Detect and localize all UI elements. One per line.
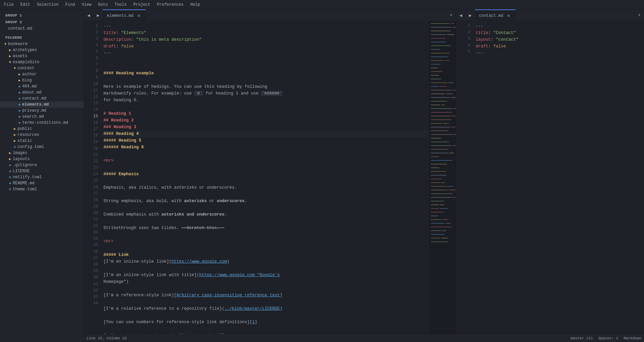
menu-selection[interactable]: Selection (36, 2, 60, 8)
menu-goto[interactable]: Goto (97, 2, 109, 8)
contact-tab-close[interactable]: ✕ (506, 13, 511, 18)
tree-item-layouts[interactable]: ▶ layouts (0, 156, 84, 162)
tree-item-search-md[interactable]: ◈ search.md (0, 114, 84, 120)
nav-prev-btn[interactable]: ◀ (84, 9, 93, 22)
code-line: ### Heading 3 (101, 124, 429, 130)
tree-item-theme-toml[interactable]: ⚙ theme.toml (0, 186, 84, 192)
tree-label: contact.md (22, 96, 84, 101)
tree-item-terms-conditions-md[interactable]: ◈ terms-conditions.md (0, 120, 84, 126)
sidebar: GROUP 1 GROUP 2 contact.md FOLDERS ▼ boo… (0, 9, 84, 342)
secondary-nav-next[interactable]: ▶ (466, 9, 475, 22)
tree-label: author (22, 72, 84, 77)
nav-next-btn[interactable]: ▶ (93, 9, 103, 22)
code-line: ##### Heading 5 (101, 137, 429, 144)
tree-item-assets[interactable]: ▶ assets (0, 53, 84, 59)
file-icon: ◈ (7, 169, 13, 173)
code-line: --- (473, 50, 644, 56)
tree-label: config.toml (17, 145, 84, 149)
line-numbers: 1234567891011121314151617181920212223242… (84, 22, 101, 334)
tree-item-static[interactable]: ▶ static (0, 138, 84, 144)
group2-contact-item[interactable]: contact.md (0, 26, 84, 32)
code-line: <hr> (101, 157, 429, 164)
tree-item-contact-md[interactable]: ◈ contact.md (0, 96, 84, 102)
code-line (101, 218, 429, 225)
tree-label: bookworm (8, 42, 84, 46)
file-icon: ⚙ (7, 187, 13, 191)
tree-item-privacy-md[interactable]: ◈ privacy.md (0, 108, 84, 114)
code-line: [I'm a reference-style link][Arbitrary c… (101, 292, 429, 299)
tree-label: resources (17, 132, 84, 137)
menu-find[interactable]: Find (64, 2, 76, 8)
tree-item--gitignore[interactable]: ◈ .gitignore (0, 162, 84, 168)
menu-help[interactable]: Help (189, 2, 202, 8)
menu-tools[interactable]: Tools (113, 2, 128, 8)
code-line: ##### Link (101, 252, 429, 258)
file-icon: ◈ (17, 109, 22, 113)
tree-item-content[interactable]: ▼ content (0, 65, 84, 71)
code-line: description: "this is meta description" (101, 36, 429, 43)
code-line: #### Heading 4 (101, 130, 429, 137)
secondary-nav-prev[interactable]: ◀ (456, 9, 466, 22)
menu-bar[interactable]: File Edit Selection Find View Goto Tools… (3, 2, 201, 8)
tree-label: terms-conditions.md (22, 120, 84, 125)
secondary-editor-pane: ◀ ▶ contact.md ✕ + 12345 ---title: "Cont… (456, 9, 644, 334)
code-line: layout: "contact" (473, 36, 644, 43)
code-line (101, 77, 429, 83)
folder-icon: ▶ (7, 151, 13, 155)
git-branch-status: master (4) (571, 336, 593, 340)
code-line: ## Heading 2 (101, 117, 429, 124)
code-line: # Heading 1 (101, 110, 429, 117)
titlebar: File Edit Selection Find View Goto Tools… (0, 0, 644, 9)
folder-icon: ▶ (12, 127, 17, 131)
tree-item-about-md[interactable]: ◈ about.md (0, 89, 84, 96)
tree-item-blog[interactable]: ▶ blog (0, 77, 84, 83)
file-tree: ▼ bookworm▶ archetypes▶ assets▼ exampleS… (0, 41, 84, 192)
group2-label: GROUP 2 (0, 19, 84, 26)
elements-tab[interactable]: elements.md ✕ (103, 9, 146, 22)
code-line: title: "Elements" (101, 30, 429, 36)
tree-label: search.md (22, 114, 84, 119)
tree-item-resources[interactable]: ▶ resources (0, 132, 84, 138)
tree-item-elements-md[interactable]: ◈ elements.md (0, 102, 84, 108)
secondary-add-tab-btn[interactable]: + (635, 9, 644, 22)
secondary-tab-bar: ◀ ▶ contact.md ✕ + (456, 9, 644, 22)
code-line: ###### Heading 6 (101, 144, 429, 151)
tree-item-archetypes[interactable]: ▶ archetypes (0, 47, 84, 53)
contact-tab[interactable]: contact.md ✕ (475, 9, 516, 22)
menu-file[interactable]: File (3, 2, 15, 8)
folder-icon: ▶ (12, 133, 17, 137)
tree-label: theme.toml (13, 187, 84, 192)
code-line: draft: false (101, 43, 429, 50)
main-editor-content: 1234567891011121314151617181920212223242… (84, 22, 456, 334)
code-line: [I'm a relative reference to a repositor… (101, 305, 429, 312)
tree-item-license[interactable]: ◈ LICENSE (0, 168, 84, 174)
main-editor-pane: ◀ ▶ elements.md ✕ + 12345678910111213141… (84, 9, 456, 334)
tree-item-bookworm[interactable]: ▼ bookworm (0, 41, 84, 47)
elements-tab-close[interactable]: ✕ (136, 13, 141, 18)
menu-preferences[interactable]: Preferences (156, 2, 185, 8)
secondary-editor-content: 12345 ---title: "Contact"layout: "contac… (456, 22, 644, 334)
menu-edit[interactable]: Edit (19, 2, 32, 8)
tree-item-examplesite[interactable]: ▼ exampleSite (0, 59, 84, 65)
tree-item-404-md[interactable]: ◈ 404.md (0, 83, 84, 89)
folder-icon: ▶ (17, 72, 22, 76)
code-content[interactable]: ---title: "Elements"description: "this i… (101, 22, 429, 334)
secondary-code-content[interactable]: ---title: "Contact"layout: "contact"draf… (473, 22, 644, 334)
file-icon: ◈ (7, 181, 13, 185)
add-tab-btn[interactable]: + (446, 9, 456, 22)
menu-project[interactable]: Project (132, 2, 152, 8)
tree-item-readme-md[interactable]: ◈ README.md (0, 180, 84, 186)
menu-view[interactable]: View (80, 2, 93, 8)
folder-icon: ▶ (7, 54, 13, 58)
tree-item-netlify-toml[interactable]: ⚙ netlify.toml (0, 174, 84, 180)
code-line: title: "Contact" (473, 30, 644, 36)
code-line (101, 104, 429, 110)
tree-item-public[interactable]: ▶ public (0, 126, 84, 132)
tree-item-author[interactable]: ▶ author (0, 71, 84, 77)
folder-icon: ▶ (7, 48, 13, 52)
contact-tab-label: contact.md (479, 13, 503, 18)
tree-item-config-toml[interactable]: ⚙ config.toml (0, 144, 84, 150)
file-type-status: Markdown (624, 336, 641, 340)
tree-item-images[interactable]: ▶ images (0, 150, 84, 156)
tree-label: netlify.toml (13, 175, 84, 180)
